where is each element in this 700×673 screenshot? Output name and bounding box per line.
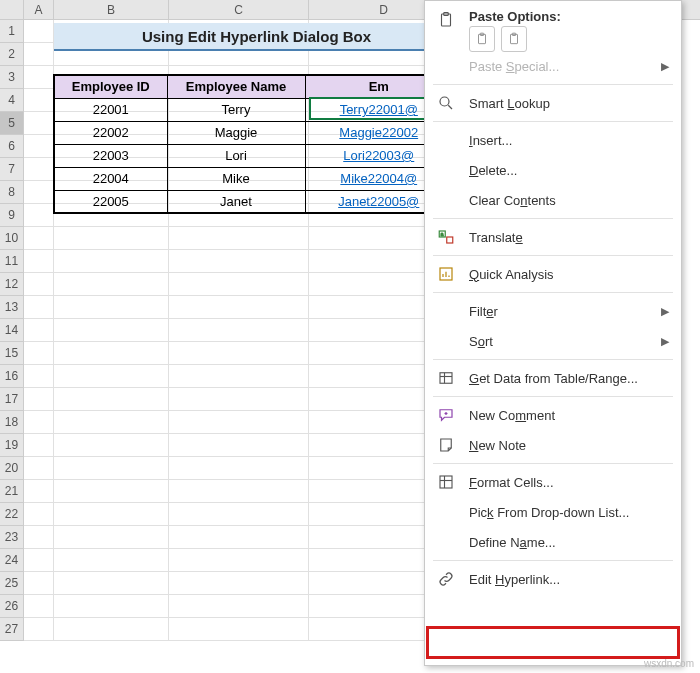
row-header-5[interactable]: 5 (0, 112, 23, 135)
menu-edit-hyperlink[interactable]: Edit Hyperlink... (425, 564, 681, 594)
cell[interactable] (54, 342, 169, 365)
cell-employee-name[interactable]: Maggie (167, 121, 305, 144)
cell[interactable] (169, 457, 309, 480)
menu-clear-contents[interactable]: Clear Contents (425, 185, 681, 215)
cell[interactable] (24, 227, 54, 250)
cell[interactable] (54, 319, 169, 342)
cell[interactable] (169, 411, 309, 434)
menu-format-cells[interactable]: Format Cells... (425, 467, 681, 497)
cell[interactable] (24, 43, 54, 66)
menu-translate[interactable]: a Translate (425, 222, 681, 252)
cell[interactable] (169, 273, 309, 296)
cell[interactable] (54, 227, 169, 250)
cell[interactable] (54, 250, 169, 273)
menu-new-comment[interactable]: New Comment (425, 400, 681, 430)
row-header-3[interactable]: 3 (0, 66, 23, 89)
cell[interactable] (24, 549, 54, 572)
cell[interactable] (54, 480, 169, 503)
cell[interactable] (169, 480, 309, 503)
cell[interactable] (24, 503, 54, 526)
cell[interactable] (24, 135, 54, 158)
cell[interactable] (54, 296, 169, 319)
row-header-16[interactable]: 16 (0, 365, 23, 388)
row-header-10[interactable]: 10 (0, 227, 23, 250)
cell[interactable] (24, 319, 54, 342)
cell[interactable] (169, 572, 309, 595)
cell[interactable] (24, 457, 54, 480)
row-header-25[interactable]: 25 (0, 572, 23, 595)
cell[interactable] (54, 572, 169, 595)
row-header-8[interactable]: 8 (0, 181, 23, 204)
menu-insert[interactable]: Insert... (425, 125, 681, 155)
cell[interactable] (24, 411, 54, 434)
row-header-20[interactable]: 20 (0, 457, 23, 480)
row-header-1[interactable]: 1 (0, 20, 23, 43)
cell[interactable] (54, 434, 169, 457)
menu-delete[interactable]: Delete... (425, 155, 681, 185)
menu-define-name[interactable]: Define Name... (425, 527, 681, 557)
cell[interactable] (24, 181, 54, 204)
cell[interactable] (54, 388, 169, 411)
cell[interactable] (24, 365, 54, 388)
row-header-4[interactable]: 4 (0, 89, 23, 112)
cell[interactable] (54, 526, 169, 549)
col-header-c[interactable]: C (169, 0, 309, 19)
row-header-6[interactable]: 6 (0, 135, 23, 158)
cell-employee-name[interactable]: Lori (167, 144, 305, 167)
row-header-12[interactable]: 12 (0, 273, 23, 296)
cell[interactable] (54, 273, 169, 296)
row-header-21[interactable]: 21 (0, 480, 23, 503)
cell[interactable] (24, 595, 54, 618)
cell[interactable] (54, 457, 169, 480)
cell[interactable] (169, 595, 309, 618)
row-header-15[interactable]: 15 (0, 342, 23, 365)
cell[interactable] (24, 273, 54, 296)
cell[interactable] (24, 112, 54, 135)
select-all-corner[interactable] (0, 0, 24, 19)
cell[interactable] (24, 618, 54, 641)
cell[interactable] (169, 503, 309, 526)
cell[interactable] (24, 296, 54, 319)
cell-employee-id[interactable]: 22005 (54, 190, 167, 213)
cell[interactable] (24, 20, 54, 43)
paste-option-1[interactable] (469, 26, 495, 52)
cell[interactable] (169, 342, 309, 365)
cell[interactable] (24, 250, 54, 273)
menu-quick-analysis[interactable]: Quick Analysis (425, 259, 681, 289)
cell[interactable] (24, 434, 54, 457)
row-header-27[interactable]: 27 (0, 618, 23, 641)
row-header-11[interactable]: 11 (0, 250, 23, 273)
cell[interactable] (54, 549, 169, 572)
cell[interactable] (169, 549, 309, 572)
cell[interactable] (169, 388, 309, 411)
menu-sort[interactable]: Sort ▶ (425, 326, 681, 356)
col-header-b[interactable]: B (54, 0, 169, 19)
cell[interactable] (54, 503, 169, 526)
header-employee-name[interactable]: Employee Name (167, 75, 305, 98)
row-header-14[interactable]: 14 (0, 319, 23, 342)
cell[interactable] (24, 388, 54, 411)
cell[interactable] (169, 365, 309, 388)
col-header-a[interactable]: A (24, 0, 54, 19)
cell-employee-id[interactable]: 22003 (54, 144, 167, 167)
cell[interactable] (54, 365, 169, 388)
cell[interactable] (24, 204, 54, 227)
row-header-7[interactable]: 7 (0, 158, 23, 181)
row-header-17[interactable]: 17 (0, 388, 23, 411)
cell-employee-name[interactable]: Mike (167, 167, 305, 190)
row-header-2[interactable]: 2 (0, 43, 23, 66)
menu-filter[interactable]: Filter ▶ (425, 296, 681, 326)
cell[interactable] (24, 572, 54, 595)
row-header-13[interactable]: 13 (0, 296, 23, 319)
cell[interactable] (169, 434, 309, 457)
row-header-22[interactable]: 22 (0, 503, 23, 526)
paste-option-2[interactable] (501, 26, 527, 52)
row-header-19[interactable]: 19 (0, 434, 23, 457)
menu-get-data[interactable]: Get Data from Table/Range... (425, 363, 681, 393)
cell[interactable] (24, 480, 54, 503)
row-header-9[interactable]: 9 (0, 204, 23, 227)
cell[interactable] (169, 250, 309, 273)
cell[interactable] (54, 618, 169, 641)
cell[interactable] (169, 296, 309, 319)
menu-pick-list[interactable]: Pick From Drop-down List... (425, 497, 681, 527)
